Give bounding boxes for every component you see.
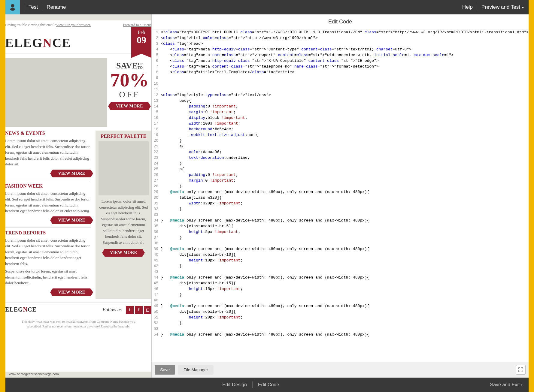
view-more-button[interactable]: VIEW MORE [105, 249, 142, 257]
file-manager-button[interactable]: File Manager [178, 365, 214, 375]
code-line[interactable]: 34} @media only screen and (max-device-w… [152, 218, 529, 223]
code-line[interactable]: 54} @media only screen and (max-device-w… [152, 332, 529, 337]
sidebar-image-placeholder[interactable] [99, 141, 149, 195]
code-line[interactable]: 11 [152, 86, 529, 92]
code-line[interactable]: 37 } [152, 235, 529, 240]
code-line[interactable]: 2<class="tag">html xmlns=class="str">"ht… [152, 35, 529, 41]
trouble-text: Having trouble viewing this email? [5, 23, 56, 27]
code-line[interactable]: 7 <class="tag">meta content=class="str">… [152, 64, 529, 69]
code-line[interactable]: 4 <class="tag">meta http-equiv=class="st… [152, 47, 529, 52]
view-more-button[interactable]: VIEW MORE [53, 288, 90, 296]
hero-image-placeholder[interactable] [5, 58, 107, 127]
code-line[interactable]: 44} @media only screen and (max-device-w… [152, 275, 529, 280]
edit-code-link[interactable]: Edit Code [258, 382, 279, 387]
code-line[interactable]: 23 text-decoration:underline; [152, 155, 529, 161]
code-line[interactable]: 51 height:20px !important; [152, 315, 529, 320]
code-line[interactable]: 42 } [152, 263, 529, 269]
code-line[interactable]: 33 [152, 212, 529, 218]
unsubscribe-link[interactable]: Unsubscribe [101, 324, 117, 328]
percent-text: 70% [110, 71, 149, 90]
code-line[interactable]: 19 -webkit-text-size-adjust:none; [152, 132, 529, 138]
code-line[interactable]: 24 } [152, 161, 529, 166]
edit-design-link[interactable]: Edit Design [222, 382, 247, 387]
save-button[interactable]: Save [155, 365, 175, 375]
code-line[interactable]: 30 table[class=w320]{ [152, 195, 529, 201]
code-line[interactable]: 12<class="tag">style type=class="str">"t… [152, 92, 529, 98]
preview-test-dropdown[interactable]: Preview and Test▾ [481, 4, 524, 10]
svg-point-0 [11, 4, 14, 8]
code-line[interactable]: 43 [152, 269, 529, 275]
rename-link[interactable]: Rename [47, 4, 66, 10]
code-line[interactable]: 46 height:15px !important; [152, 286, 529, 292]
chevron-right-icon: › [521, 382, 523, 387]
code-line[interactable]: 35 div[class=mobile-br-5]{ [152, 223, 529, 229]
code-pane-title: Edit Code [152, 14, 529, 29]
code-line[interactable]: 1<!class="tag">DOCTYPE html PUBLIC class… [152, 29, 529, 35]
view-browser-link[interactable]: View it in your browser. [56, 23, 91, 27]
code-line[interactable]: 28 } [152, 183, 529, 189]
code-line[interactable]: 48 [152, 297, 529, 303]
bottom-bar: Edit Design Edit Code Save and Exit › [5, 378, 529, 392]
code-line[interactable]: 49} @media only screen and (max-device-w… [152, 303, 529, 309]
code-line[interactable]: 6 <class="tag">meta http-equiv=class="st… [152, 58, 529, 64]
section-title: TREND REPORTS [5, 227, 91, 236]
code-line[interactable]: 50 div[class=mobile-br-20]{ [152, 309, 529, 315]
view-more-button[interactable]: VIEW MORE [53, 216, 90, 224]
mailchimp-logo[interactable] [5, 0, 20, 14]
twitter-icon[interactable]: t [126, 306, 134, 314]
code-toolbar: Save File Manager [152, 362, 529, 378]
code-pane: Edit Code 1<!class="tag">DOCTYPE html PU… [151, 14, 529, 378]
code-line[interactable]: 18 background:#e5e4dc; [152, 126, 529, 132]
code-line[interactable]: 29 @media only screen and (max-device-wi… [152, 189, 529, 195]
section-body: Lorem ipsum dolor sit amet, consectetur … [5, 237, 91, 267]
expand-icon[interactable] [516, 365, 526, 375]
facebook-icon[interactable]: f [135, 306, 143, 314]
off-text: OFF [110, 90, 149, 99]
preview-pane: Having trouble viewing this email? View … [5, 14, 151, 378]
code-line[interactable]: 14 padding:0 !important; [152, 104, 529, 109]
code-line[interactable]: 47 } [152, 292, 529, 297]
code-line[interactable]: 10 [152, 81, 529, 86]
help-link[interactable]: Help [462, 4, 473, 10]
code-line[interactable]: 5 <class="tag">meta name=class="str">"vi… [152, 52, 529, 58]
code-line[interactable]: 8 <class="tag">title>Email Template</cla… [152, 69, 529, 75]
code-line[interactable]: 15 margin:0 !important; [152, 109, 529, 115]
divider [477, 4, 477, 11]
code-line[interactable]: 38 [152, 240, 529, 246]
email-preview: Having trouble viewing this email? View … [5, 20, 151, 372]
code-line[interactable]: 40 div[class=mobile-br-10]{ [152, 252, 529, 258]
code-line[interactable]: 13 body{ [152, 98, 529, 104]
code-line[interactable]: 25 p{ [152, 166, 529, 172]
code-line[interactable]: 26 padding:0 !important; [152, 172, 529, 178]
code-line[interactable]: 3<class="tag">head> [152, 41, 529, 47]
section-body: Suspendisse dor tortor lorem, egestas si… [5, 268, 91, 286]
watermark-text: www.heritagechristiancollege.com [9, 372, 59, 376]
test-link[interactable]: Test [29, 4, 38, 10]
code-line[interactable]: 22 color:#acaa96; [152, 149, 529, 155]
save-exit-link[interactable]: Save and Exit › [490, 382, 523, 387]
section-body: Lorem ipsum dolor sit amet, consectetur … [5, 191, 91, 214]
code-line[interactable]: 41 height:10px !important; [152, 258, 529, 263]
code-line[interactable]: 39} @media only screen and (max-device-w… [152, 246, 529, 252]
code-line[interactable]: 16 display:block !important; [152, 115, 529, 121]
code-line[interactable]: 20 } [152, 138, 529, 143]
code-line[interactable]: 17 width:100% !important; [152, 121, 529, 126]
code-line[interactable]: 9 [152, 75, 529, 81]
code-line[interactable]: 52 } [152, 320, 529, 326]
view-more-button[interactable]: VIEW MORE [53, 170, 90, 177]
code-line[interactable]: 21 a{ [152, 143, 529, 149]
sidebar-title: PERFECT PALETTE [99, 134, 149, 139]
date-ribbon: Feb 09 [131, 27, 151, 54]
section-title: NEWS & EVENTS [5, 131, 91, 136]
view-more-button[interactable]: VIEW MORE [111, 102, 148, 110]
code-editor[interactable]: 1<!class="tag">DOCTYPE html PUBLIC class… [152, 29, 529, 362]
code-line[interactable]: 45 div[class=mobile-br-15]{ [152, 280, 529, 286]
code-line[interactable]: 31 width:320px !important; [152, 201, 529, 206]
divider [252, 381, 253, 388]
instagram-icon[interactable]: ◻ [144, 306, 151, 314]
svg-point-1 [10, 8, 15, 11]
code-line[interactable]: 53 [152, 326, 529, 332]
code-line[interactable]: 27 margin:0 !important; [152, 178, 529, 183]
code-line[interactable]: 32 } [152, 206, 529, 212]
code-line[interactable]: 36 height:5px !important; [152, 229, 529, 235]
